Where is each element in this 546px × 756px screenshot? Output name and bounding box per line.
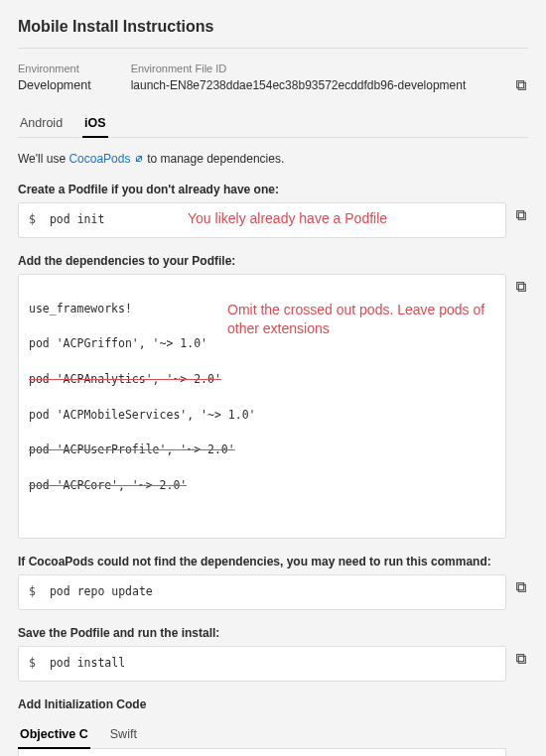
podfile-line-omitted: pod 'ACPUserProfile', '~> 2.0'	[29, 442, 235, 456]
environment-col: Environment Development	[18, 63, 91, 92]
cmd-pod-install: pod install	[50, 655, 125, 673]
copy-icon[interactable]	[514, 78, 528, 92]
tab-objective-c[interactable]: Objective C	[18, 721, 90, 749]
step-repo-update: If CocoaPods could not find the dependen…	[18, 555, 528, 610]
podfile-line: pod 'ACPMobileServices', '~> 1.0'	[29, 408, 255, 422]
step-create-podfile: Create a Podfile if you don't already ha…	[18, 183, 528, 238]
step-deps-label: Add the dependencies to your Podfile:	[18, 254, 528, 268]
podfile-line-omitted: pod 'ACPCore', '~> 2.0'	[29, 478, 187, 492]
environment-label: Environment	[18, 63, 91, 74]
copy-icon[interactable]	[514, 721, 528, 756]
step-repo-label: If CocoaPods could not find the dependen…	[18, 555, 528, 568]
code-podfile-deps: use_frameworks! pod 'ACPGriffon', '~> 1.…	[18, 274, 506, 539]
shell-prompt: $	[29, 583, 36, 601]
tab-swift[interactable]: Swift	[108, 721, 139, 749]
environment-value: Development	[18, 78, 91, 92]
cmd-pod-repo-update: pod repo update	[50, 583, 153, 601]
step-install: Save the Podfile and run the install: $ …	[18, 626, 528, 682]
podfile-line: pod 'ACPGriffon', '~> 1.0'	[29, 336, 207, 350]
svg-rect-3	[517, 211, 524, 218]
step-init-code: Add Initialization Code Objective C Swif…	[18, 697, 528, 756]
cmd-pod-init: pod init	[50, 211, 104, 229]
cocoapods-link[interactable]: CocoaPods	[68, 152, 143, 166]
environment-file-col: Environment File ID launch-EN8e7238ddae1…	[131, 63, 528, 92]
init-heading: Add Initialization Code	[18, 697, 528, 711]
platform-tabs: Android iOS	[18, 110, 528, 138]
environment-file-value: launch-EN8e7238ddae154ec38b93572ecddfdb9…	[131, 78, 467, 92]
intro-suffix: to manage dependencies.	[144, 152, 284, 166]
svg-rect-0	[518, 82, 525, 89]
environment-file-label: Environment File ID	[131, 63, 528, 74]
code-pod-install: $ pod install	[18, 646, 506, 682]
external-link-icon	[134, 153, 144, 167]
intro-text: We'll use CocoaPods to manage dependenci…	[18, 152, 528, 167]
podfile-line: use_frameworks!	[29, 302, 132, 315]
annotation-omit-pods: Omit the crossed out pods. Leave pods of…	[227, 301, 485, 338]
tab-ios[interactable]: iOS	[82, 110, 108, 138]
step-install-label: Save the Podfile and run the install:	[18, 626, 528, 640]
dialog-title: Mobile Install Instructions	[18, 18, 528, 36]
shell-prompt: $	[29, 655, 36, 673]
step-add-deps: Add the dependencies to your Podfile: us…	[18, 254, 528, 539]
svg-rect-2	[518, 212, 525, 219]
copy-icon[interactable]	[514, 202, 528, 216]
copy-icon[interactable]	[514, 574, 528, 588]
copy-icon[interactable]	[514, 274, 528, 288]
svg-rect-9	[517, 655, 524, 662]
tab-android[interactable]: Android	[18, 110, 65, 138]
mobile-install-dialog: Mobile Install Instructions Environment …	[0, 0, 546, 756]
language-tabs: Objective C Swift	[18, 721, 506, 749]
svg-rect-6	[518, 585, 525, 592]
svg-rect-1	[517, 81, 524, 88]
code-pod-repo-update: $ pod repo update	[18, 574, 506, 610]
step-create-label: Create a Podfile if you don't already ha…	[18, 183, 528, 196]
svg-rect-5	[517, 282, 524, 289]
svg-rect-4	[518, 284, 525, 291]
code-init-imports: #import "AppDelegate.h" #import "ACPCore…	[18, 749, 506, 756]
svg-rect-7	[517, 583, 524, 590]
svg-rect-8	[518, 656, 525, 663]
environment-row: Environment Development Environment File…	[18, 63, 528, 92]
copy-icon[interactable]	[514, 646, 528, 660]
divider	[18, 48, 528, 49]
intro-prefix: We'll use	[18, 152, 68, 166]
code-pod-init: $ pod init You likely already have a Pod…	[18, 202, 506, 238]
podfile-line-omitted: pod 'ACPAnalytics', '~> 2.0'	[29, 372, 221, 386]
shell-prompt: $	[29, 211, 36, 229]
